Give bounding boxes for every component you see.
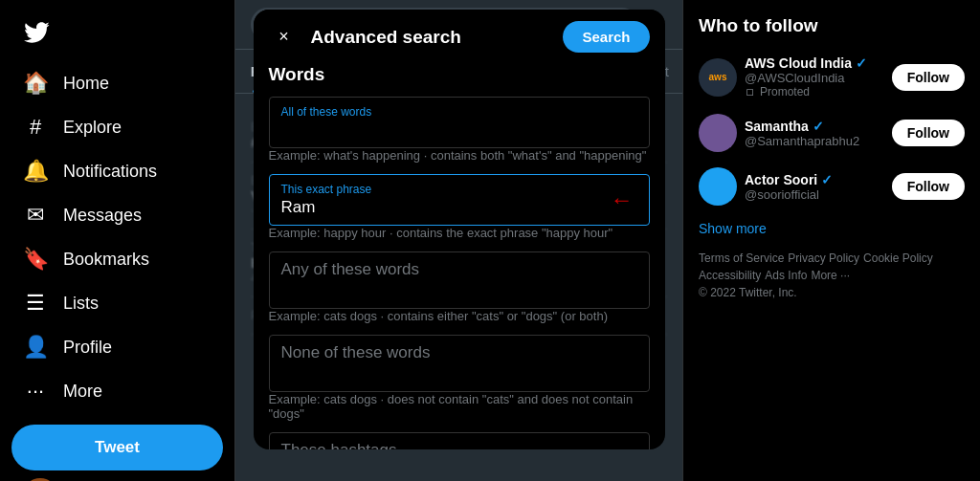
words-section-title: Words xyxy=(269,64,650,85)
actor-soori-follow-button[interactable]: Follow xyxy=(892,173,965,200)
right-sidebar: Who to follow aws AWS Cloud India ✓ @AWS… xyxy=(683,0,980,481)
sidebar-item-bookmarks-label: Bookmarks xyxy=(63,250,149,270)
none-words-label: None of these words xyxy=(281,343,637,362)
arrow-indicator: ← xyxy=(611,186,634,213)
follow-card-actor-soori: Actor Soori ✓ @sooriofficial Follow xyxy=(699,160,965,213)
sidebar-item-messages[interactable]: ✉ Messages xyxy=(11,193,223,237)
footer-terms[interactable]: Terms of Service xyxy=(699,251,784,265)
aws-avatar: aws xyxy=(699,58,737,97)
sidebar-item-profile[interactable]: 👤 Profile xyxy=(11,325,223,369)
more-icon: ··· xyxy=(23,379,48,404)
modal-header-left: × Advanced search xyxy=(269,22,461,53)
who-to-follow-title: Who to follow xyxy=(699,15,965,36)
aws-verified-icon: ✓ xyxy=(856,55,867,71)
aws-promoted: 🗆 Promoted xyxy=(745,85,884,98)
profile-icon: 👤 xyxy=(23,335,48,360)
actor-soori-handle: @sooriofficial xyxy=(745,187,884,202)
promoted-icon: 🗆 xyxy=(745,85,756,98)
hashtags-group: These hashtags Example: #ThrowbackThursd… xyxy=(269,432,650,449)
all-words-example: Example: what's happening · contains bot… xyxy=(269,148,650,163)
exact-phrase-example: Example: happy hour · contains the exact… xyxy=(269,226,650,240)
modal-body: Words All of these words Example: what's… xyxy=(254,64,665,449)
close-button[interactable]: × xyxy=(269,22,300,53)
sidebar-item-home[interactable]: 🏠 Home xyxy=(11,61,223,105)
modal-header: × Advanced search Search xyxy=(254,10,665,64)
exact-phrase-input[interactable] xyxy=(281,198,637,217)
bookmarks-icon: 🔖 xyxy=(23,247,48,272)
modal-overlay: × Advanced search Search Words All of th… xyxy=(235,0,682,481)
any-words-field[interactable]: Any of these words xyxy=(269,251,650,309)
explore-icon: # xyxy=(23,115,48,140)
hashtags-field[interactable]: These hashtags xyxy=(269,432,650,449)
sidebar-item-notifications[interactable]: 🔔 Notifications xyxy=(11,149,223,193)
sidebar-item-profile-label: Profile xyxy=(63,338,112,358)
notifications-icon: 🔔 xyxy=(23,159,48,184)
samantha-avatar xyxy=(699,114,737,152)
user-account[interactable]: Danaya Deepesh @danaya_deepesh ··· xyxy=(11,470,223,481)
sidebar-item-bookmarks[interactable]: 🔖 Bookmarks xyxy=(11,237,223,281)
messages-icon: ✉ xyxy=(23,203,48,228)
sidebar-item-lists[interactable]: ☰ Lists xyxy=(11,281,223,325)
sidebar-item-messages-label: Messages xyxy=(63,206,142,226)
footer-more[interactable]: More ··· xyxy=(811,269,850,282)
actor-soori-follow-info: Actor Soori ✓ @sooriofficial xyxy=(745,172,884,202)
footer-links: Terms of Service Privacy Policy Cookie P… xyxy=(699,251,965,282)
footer-copyright: © 2022 Twitter, Inc. xyxy=(699,286,965,299)
any-words-input[interactable] xyxy=(281,281,637,300)
actor-soori-avatar xyxy=(699,167,737,206)
aws-follow-info: AWS Cloud India ✓ @AWSCloudIndia 🗆 Promo… xyxy=(745,55,884,98)
all-words-label: All of these words xyxy=(281,105,637,119)
sidebar-item-more-label: More xyxy=(63,382,102,402)
modal-title: Advanced search xyxy=(311,27,461,48)
sidebar: 🏠 Home # Explore 🔔 Notifications ✉ Messa… xyxy=(0,0,234,481)
sidebar-item-more[interactable]: ··· More xyxy=(11,369,223,413)
exact-phrase-group: This exact phrase ← Example: happy hour … xyxy=(269,174,650,240)
samantha-follow-info: Samantha ✓ @Samanthaprabhu2 xyxy=(745,119,884,148)
sidebar-item-lists-label: Lists xyxy=(63,294,99,314)
aws-name: AWS Cloud India ✓ xyxy=(745,55,884,71)
lists-icon: ☰ xyxy=(23,291,48,316)
sidebar-item-home-label: Home xyxy=(63,74,109,94)
any-words-group: Any of these words Example: cats dogs · … xyxy=(269,251,650,323)
footer-ads[interactable]: Ads Info xyxy=(765,269,807,282)
main-content: 🔍 ⚙ For you Trending News Sports Enterta… xyxy=(234,0,683,481)
search-button[interactable]: Search xyxy=(563,21,649,53)
all-words-input[interactable] xyxy=(281,120,637,140)
any-words-label: Any of these words xyxy=(281,260,637,279)
sidebar-item-explore-label: Explore xyxy=(63,118,122,138)
aws-follow-button[interactable]: Follow xyxy=(892,64,965,91)
footer-cookie[interactable]: Cookie Policy xyxy=(863,251,933,265)
follow-card-aws: aws AWS Cloud India ✓ @AWSCloudIndia 🗆 P… xyxy=(699,48,965,106)
twitter-logo xyxy=(11,8,223,57)
aws-handle: @AWSCloudIndia xyxy=(745,71,884,85)
follow-card-samantha: Samantha ✓ @Samanthaprabhu2 Follow xyxy=(699,106,965,160)
footer-privacy[interactable]: Privacy Policy xyxy=(788,251,859,265)
none-words-field[interactable]: None of these words xyxy=(269,335,650,392)
home-icon: 🏠 xyxy=(23,71,48,96)
actor-soori-name: Actor Soori ✓ xyxy=(745,172,884,187)
tweet-button[interactable]: Tweet xyxy=(11,425,223,470)
exact-phrase-field[interactable]: This exact phrase ← xyxy=(269,174,650,226)
samantha-verified-icon: ✓ xyxy=(813,119,824,134)
show-more-link[interactable]: Show more xyxy=(699,213,965,244)
any-words-example: Example: cats dogs · contains either "ca… xyxy=(269,309,650,323)
hashtags-label: These hashtags xyxy=(281,441,637,449)
none-words-example: Example: cats dogs · does not contain "c… xyxy=(269,392,650,421)
samantha-handle: @Samanthaprabhu2 xyxy=(745,134,884,148)
sidebar-item-notifications-label: Notifications xyxy=(63,162,157,182)
sidebar-item-explore[interactable]: # Explore xyxy=(11,105,223,149)
none-words-group: None of these words Example: cats dogs ·… xyxy=(269,335,650,421)
footer-accessibility[interactable]: Accessibility xyxy=(699,269,761,282)
none-words-input[interactable] xyxy=(281,364,637,383)
all-words-group: All of these words Example: what's happe… xyxy=(269,97,650,163)
red-arrow-icon: ← xyxy=(611,186,634,212)
advanced-search-modal: × Advanced search Search Words All of th… xyxy=(254,10,665,449)
samantha-follow-button[interactable]: Follow xyxy=(892,120,965,146)
all-words-field[interactable]: All of these words xyxy=(269,97,650,148)
actor-soori-verified-icon: ✓ xyxy=(821,172,833,187)
exact-phrase-label: This exact phrase xyxy=(281,183,637,196)
samantha-name: Samantha ✓ xyxy=(745,119,884,134)
